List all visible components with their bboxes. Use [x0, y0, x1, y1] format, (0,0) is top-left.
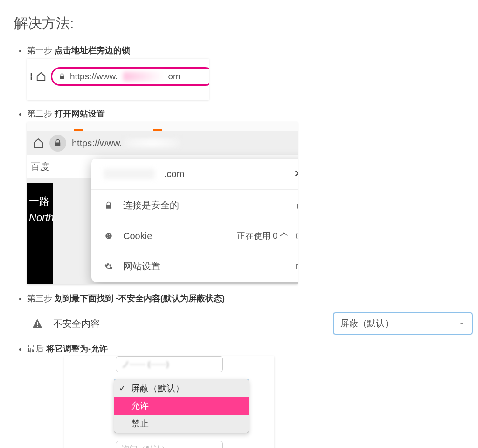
step-4: 最后 将它调整为-允许 ノ⋯⋯ (⋯⋯) 屏蔽（默认） 允许 禁止 询问（默认）: [27, 343, 464, 448]
menu-dots-icon: ⁞: [30, 71, 31, 82]
chevron-down-icon: [458, 320, 465, 327]
lock-icon[interactable]: [59, 73, 65, 80]
warning-icon: [32, 318, 43, 329]
partial-text: ノ⋯⋯ (⋯⋯): [122, 359, 169, 370]
popup-domain-row: .com ✕: [91, 159, 298, 190]
page-text-fragment: 一路: [29, 193, 51, 209]
option-deny[interactable]: 禁止: [114, 415, 249, 433]
svg-rect-6: [37, 326, 38, 327]
url-prefix: https://www.: [72, 138, 122, 149]
step-1-screenshot: ⁞ https://www.om: [27, 59, 209, 100]
cookie-icon: [104, 232, 114, 240]
step-1-label: 第一步: [27, 46, 55, 55]
step-4-bold: 将它调整为-允许: [46, 344, 108, 353]
url-blurred: [124, 138, 180, 148]
lock-icon[interactable]: [49, 135, 66, 152]
popup-secure-row[interactable]: 连接是安全的 ▶: [91, 190, 298, 221]
tab-indicator-icon: [153, 129, 162, 131]
popup-cookie-row[interactable]: Cookie 正在使用 0 个: [91, 221, 298, 251]
chevron-right-icon: ▶: [297, 202, 298, 209]
partial-toolbar-row: [27, 87, 209, 97]
page-text-fragment: North: [29, 209, 51, 226]
popup-cookie-status: 正在使用 0 个: [237, 230, 288, 241]
step-2-bold: 打开网站设置: [55, 109, 105, 118]
svg-point-1: [107, 234, 108, 235]
solution-heading: 解决方法:: [14, 14, 464, 33]
svg-point-3: [109, 236, 110, 237]
partial-select-below[interactable]: 询问（默认）: [116, 441, 223, 448]
svg-point-4: [107, 237, 108, 238]
close-icon[interactable]: ✕: [294, 168, 298, 180]
popup-secure-label: 连接是安全的: [123, 199, 179, 212]
step-2: 第二步 打开网站设置 https://www. 百度 发工具: [27, 108, 464, 284]
domain-suffix: .com: [164, 169, 184, 179]
option-allow[interactable]: 允许: [114, 397, 249, 415]
step-3-label: 第三步: [27, 294, 55, 303]
insecure-content-select[interactable]: 屏蔽（默认）: [333, 312, 473, 335]
external-link-icon: [295, 263, 298, 270]
bookmark-link[interactable]: 百度: [31, 160, 49, 173]
step-4-screenshot: ノ⋯⋯ (⋯⋯) 屏蔽（默认） 允许 禁止 询问（默认）: [64, 356, 274, 448]
svg-rect-5: [37, 322, 38, 325]
partial-select-above[interactable]: ノ⋯⋯ (⋯⋯): [116, 356, 223, 372]
partial-text: 询问（默认）: [122, 444, 169, 448]
dropdown-menu: 屏蔽（默认） 允许 禁止: [114, 379, 249, 433]
svg-point-2: [109, 234, 110, 235]
step-3: 第三步 划到最下面找到 -不安全内容(默认为屏蔽状态) 不安全内容 屏蔽（默认）: [27, 293, 464, 335]
page-background-fragment: 一路 North: [27, 183, 53, 284]
lock-icon: [104, 201, 114, 210]
url-blurred: [123, 72, 163, 81]
select-current-value: 屏蔽（默认）: [340, 317, 394, 330]
gear-icon: [104, 262, 114, 271]
tab-indicator-icon: [74, 129, 83, 131]
external-link-icon: [295, 232, 298, 240]
insecure-content-setting-row: 不安全内容 屏蔽（默认）: [27, 312, 475, 335]
home-icon[interactable]: [33, 138, 44, 149]
home-icon: [36, 72, 46, 81]
domain-blurred: [104, 169, 155, 179]
option-block-default[interactable]: 屏蔽（默认）: [114, 379, 249, 397]
step-4-label: 最后: [27, 344, 46, 353]
site-info-popup: .com ✕ 连接是安全的 ▶ Cookie: [91, 159, 298, 282]
url-prefix: https://www.: [70, 71, 118, 82]
step-1-bold: 点击地址栏旁边的锁: [55, 46, 130, 55]
step-3-bold: 划到最下面找到 -不安全内容(默认为屏蔽状态): [55, 294, 225, 303]
step-2-label: 第二步: [27, 109, 55, 118]
popup-site-settings-row[interactable]: 网站设置: [91, 251, 298, 282]
popup-cookie-label: Cookie: [123, 231, 152, 241]
address-bar-highlighted[interactable]: https://www.om: [51, 67, 209, 86]
url-suffix: om: [168, 71, 180, 82]
svg-point-0: [105, 233, 112, 239]
step-2-screenshot: https://www. 百度 发工具 一路 North .com ✕: [27, 122, 298, 284]
popup-site-settings-label: 网站设置: [123, 260, 160, 273]
insecure-content-label: 不安全内容: [53, 317, 100, 330]
step-1: 第一步 点击地址栏旁边的锁 ⁞ https://www.om: [27, 45, 464, 100]
